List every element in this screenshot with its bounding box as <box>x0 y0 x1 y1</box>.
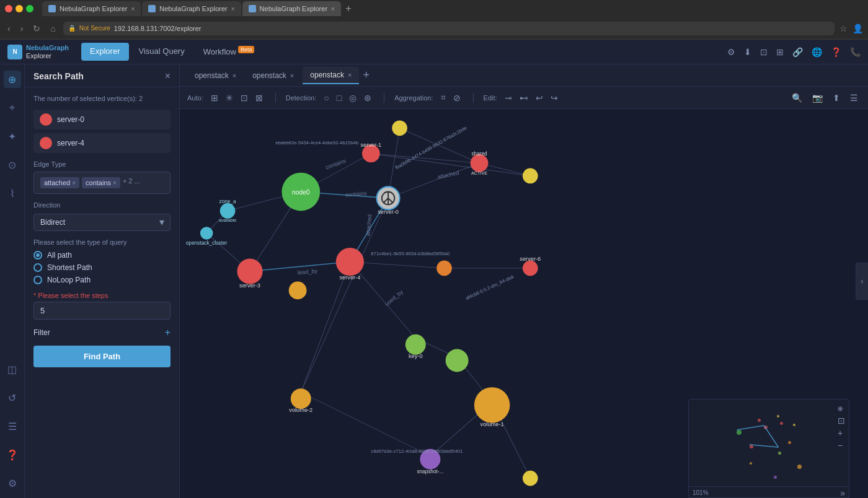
aggregation-btn-1[interactable]: ⌗ <box>438 91 448 104</box>
sidebar-icon-filter[interactable]: ⌖ <box>4 99 21 116</box>
graph-tab-1[interactable]: openstack × <box>187 68 244 84</box>
tool-icon-1[interactable]: ⚙ <box>727 47 735 57</box>
detection-btn-1[interactable]: ○ <box>321 92 331 104</box>
detection-btn-4[interactable]: ⊛ <box>361 92 374 104</box>
url-bar[interactable]: 🔒 Not Secure 192.168.8.131:7002/explorer <box>63 22 835 35</box>
node-shared-active[interactable] <box>471 154 489 172</box>
auto-btn-2[interactable]: ✳ <box>223 92 236 104</box>
detection-btn-2[interactable]: □ <box>334 92 344 104</box>
tool-icon-5[interactable]: 🔗 <box>792 47 803 57</box>
node-zone-a[interactable] <box>220 203 236 219</box>
node-orange1[interactable] <box>436 261 452 276</box>
browser-tab-3-close[interactable]: × <box>331 6 335 12</box>
browser-tab-2[interactable]: NebulaGraph Explorer × <box>142 1 241 16</box>
radio-all-path[interactable]: All path <box>33 251 170 260</box>
minimize-window-btn[interactable] <box>16 5 23 12</box>
graph-tab-2[interactable]: openstack × <box>245 68 301 84</box>
sidebar-icon-settings[interactable]: ⚙ <box>4 474 21 492</box>
reload-button[interactable]: ↻ <box>30 22 43 35</box>
graph-tab-1-close[interactable]: × <box>232 72 236 79</box>
node-key0[interactable] <box>405 334 426 355</box>
redo-btn[interactable]: ↪ <box>548 92 560 104</box>
export-btn[interactable]: ⬆ <box>830 92 843 104</box>
back-button[interactable]: ‹ <box>5 22 13 35</box>
edge-tag-attached-close[interactable]: × <box>72 180 76 186</box>
edge-tag-contains-close[interactable]: × <box>113 180 117 186</box>
sidebar-icon-history[interactable]: ↺ <box>4 389 21 406</box>
tool-icon-7[interactable]: ❓ <box>831 47 841 57</box>
auto-btn-1[interactable]: ⊞ <box>208 92 221 104</box>
edge-tag-attached[interactable]: attached × <box>40 177 79 188</box>
tool-icon-8[interactable]: 📞 <box>850 47 861 57</box>
search-graph-btn[interactable]: 🔍 <box>789 92 805 104</box>
browser-tab-2-close[interactable]: × <box>231 6 235 12</box>
edge-tag-more[interactable]: + 2 ... <box>123 177 140 188</box>
find-path-button[interactable]: Find Path <box>33 346 170 367</box>
auto-btn-3[interactable]: ⊡ <box>238 92 250 104</box>
new-graph-tab-button[interactable]: + <box>363 69 370 82</box>
sidebar-icon-search[interactable]: ⊕ <box>4 71 21 88</box>
minimap-expand-btn[interactable]: » <box>840 488 845 498</box>
node-server3[interactable] <box>237 259 263 284</box>
node-yellow-top[interactable] <box>392 120 407 136</box>
tool-icon-3[interactable]: ⊡ <box>760 47 768 57</box>
graph-tab-3-close[interactable]: × <box>348 71 352 79</box>
sidebar-icon-table[interactable]: ☰ <box>4 417 21 435</box>
radio-shortest-path[interactable]: Shortest Path <box>33 263 170 272</box>
detection-btn-3[interactable]: ◎ <box>347 92 359 104</box>
node-yellow-bot[interactable] <box>523 471 538 486</box>
minimap-zoom-in-icon[interactable]: + <box>838 428 845 438</box>
profile-icon[interactable]: 👤 <box>852 24 863 33</box>
browser-tab-1-close[interactable]: × <box>131 6 135 12</box>
sidebar-icon-nodes[interactable]: ✦ <box>4 128 21 145</box>
vertex-item-1[interactable]: server-4 <box>33 133 170 153</box>
tool-icon-2[interactable]: ⬇ <box>744 47 751 57</box>
node-server6[interactable] <box>523 261 538 276</box>
sidebar-icon-connect[interactable]: ⌇ <box>4 185 21 202</box>
sidebar-icon-layers[interactable]: ◫ <box>4 360 21 378</box>
sidebar-icon-help[interactable]: ❓ <box>4 446 21 463</box>
node-server4[interactable] <box>336 248 364 276</box>
home-button[interactable]: ⌂ <box>48 22 58 35</box>
collapse-panel-button[interactable]: ‹ <box>856 263 868 300</box>
browser-tab-3[interactable]: NebulaGraph Explorer × <box>242 1 341 16</box>
edge-tag-contains[interactable]: contains × <box>82 177 120 188</box>
panel-close-button[interactable]: × <box>165 71 170 82</box>
forward-button[interactable]: › <box>18 22 26 35</box>
radio-noloop-path[interactable]: NoLoop Path <box>33 276 170 284</box>
edit-btn-1[interactable]: ⊸ <box>502 92 515 104</box>
vertex-item-0[interactable]: server-0 <box>33 110 170 129</box>
bookmark-icon[interactable]: ☆ <box>839 24 848 33</box>
node-openstack-cluster[interactable] <box>200 227 213 240</box>
nav-tab-visual-query[interactable]: Visual Query <box>130 43 193 60</box>
direction-select[interactable]: Bidirect Forward Backward <box>33 214 170 231</box>
graph-tab-2-close[interactable]: × <box>290 72 294 79</box>
node-green2[interactable] <box>446 349 469 372</box>
node-volume2[interactable] <box>291 388 311 409</box>
camera-btn[interactable]: 📷 <box>810 92 825 104</box>
nav-tab-explorer[interactable]: Explorer <box>81 43 128 60</box>
undo-btn[interactable]: ↩ <box>533 92 546 104</box>
graph-tab-3[interactable]: openstack × <box>303 67 359 84</box>
minimap-zoom-out-icon[interactable]: − <box>838 440 845 450</box>
minimap-network-icon[interactable]: ⎈ <box>838 403 845 413</box>
tool-icon-4[interactable]: ⊞ <box>776 47 784 57</box>
node-yellow-top-right[interactable] <box>523 168 538 184</box>
edge-tags-container[interactable]: attached × contains × + 2 ... <box>33 172 170 194</box>
minimap-frame-icon[interactable]: ⊡ <box>838 416 845 426</box>
table-view-btn[interactable]: ☰ <box>848 92 861 104</box>
auto-btn-4[interactable]: ⊠ <box>253 92 265 104</box>
browser-tab-1[interactable]: NebulaGraph Explorer × <box>42 1 141 16</box>
tool-icon-6[interactable]: 🌐 <box>812 47 822 57</box>
aggregation-btn-2[interactable]: ⊘ <box>451 92 463 104</box>
close-window-btn[interactable] <box>5 5 12 12</box>
node-yellow2[interactable] <box>289 282 307 300</box>
new-tab-button[interactable]: + <box>342 2 355 15</box>
edit-btn-2[interactable]: ⊷ <box>517 92 531 104</box>
nav-tab-workflow[interactable]: WorkflowBeta <box>195 43 264 60</box>
sidebar-icon-share[interactable]: ⊙ <box>4 156 21 173</box>
node-volume-big[interactable] <box>474 387 510 423</box>
steps-input[interactable] <box>33 302 170 320</box>
maximize-window-btn[interactable] <box>26 5 33 12</box>
filter-add-button[interactable]: + <box>165 327 170 338</box>
